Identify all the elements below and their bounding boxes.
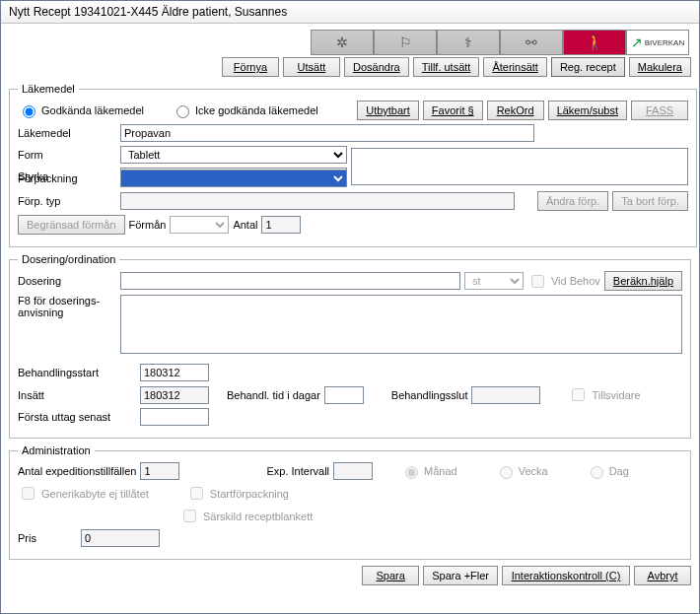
aterinsatt-button[interactable]: Återinsätt	[483, 57, 546, 77]
behslut-label: Behandlingsslut	[391, 389, 468, 401]
forptyp-field	[120, 192, 515, 210]
makulera-button[interactable]: Makulera	[629, 57, 691, 77]
lakemsubst-button[interactable]: Läkem/subst	[548, 101, 627, 120]
radio-manad[interactable]: Månad	[400, 463, 457, 479]
toolbar-icon-reg-recept[interactable]: 🚶	[563, 30, 626, 55]
behtid-input[interactable]	[324, 386, 364, 404]
dosering-legend: Dosering/ordination	[18, 253, 119, 265]
forman2-label: Förmån	[129, 219, 167, 231]
forpackning-label: Förpackning	[18, 172, 116, 184]
lakemedel-input[interactable]	[120, 124, 534, 142]
tabort-forp-button[interactable]: Ta bort förp.	[612, 191, 688, 211]
spara-fler-button[interactable]: Spara +Fler	[423, 566, 498, 585]
radio-icke-godkanda[interactable]: Icke godkända läkemedel	[172, 102, 318, 118]
radio-dag[interactable]: Dag	[586, 463, 629, 479]
pris-label: Pris	[18, 532, 77, 544]
generika-checkbox[interactable]: Generikabyte ej tillåtet	[18, 484, 149, 503]
radio-vecka[interactable]: Vecka	[495, 463, 548, 479]
behstart-label: Behandlingsstart	[18, 367, 136, 378]
lakemedel-group: Läkemedel Godkända läkemedel Icke godkän…	[9, 83, 697, 247]
toolbar-icon-a[interactable]: ✲	[311, 30, 374, 55]
antalexp-field	[140, 462, 179, 480]
toolbar-icon-biverkan[interactable]: ↗BIVERKAN	[626, 30, 689, 55]
tillf-utsatt-button[interactable]: Tillf. utsätt	[413, 57, 480, 77]
toolbar-icon-b[interactable]: ⚐	[374, 30, 437, 55]
antal2-label: Antal	[233, 219, 257, 231]
bottom-actions: Spara Spara +Fler Interaktionskontroll (…	[9, 566, 691, 585]
action-row: Förnya Utsätt Dosändra Tillf. utsätt Åte…	[9, 57, 691, 77]
forsta-label: Första uttag senast	[18, 411, 136, 423]
behslut-field	[471, 386, 540, 404]
utsatt-button[interactable]: Utsätt	[283, 57, 340, 77]
f8-label: F8 för doserings-anvisning	[18, 295, 116, 318]
admin-legend: Administration	[18, 444, 95, 456]
form-label: Form	[18, 149, 116, 161]
fass-button[interactable]: FASS	[631, 101, 688, 120]
titlebar: Nytt Recept 19341021-X445 Äldre patient,…	[1, 1, 699, 24]
behtid-label: Behandl. tid i dagar	[227, 389, 320, 401]
lakemedel-label: Läkemedel	[18, 127, 116, 139]
dosering-input[interactable]	[120, 272, 460, 290]
sarskild-checkbox[interactable]: Särskild receptblankett	[179, 507, 313, 525]
dosering-label: Dosering	[18, 275, 116, 287]
tillsvidare-checkbox[interactable]: Tillsvidare	[568, 385, 640, 404]
reg-recept-button[interactable]: Reg. recept	[551, 57, 625, 77]
utbytbart-button[interactable]: Utbytbart	[357, 101, 419, 120]
admin-group: Administration Antal expeditionstillfäll…	[9, 444, 691, 560]
beraknhjalp-button[interactable]: Beräkn.hjälp	[604, 271, 682, 291]
forsta-input[interactable]	[140, 408, 209, 426]
lakemedel-legend: Läkemedel	[18, 83, 79, 95]
toolbar-iconstrip: ✲ ⚐ ⚕ ⚯ 🚶 ↗BIVERKAN	[9, 30, 689, 55]
antal-field	[261, 216, 301, 234]
forptyp-label: Förp. typ	[18, 195, 116, 207]
toolbar-icon-d[interactable]: ⚯	[500, 30, 563, 55]
forp-detail-box	[351, 148, 688, 185]
dosandra-button[interactable]: Dosändra	[344, 57, 409, 77]
radio-godkanda[interactable]: Godkända läkemedel	[18, 102, 144, 118]
behstart-input[interactable]	[140, 364, 209, 381]
spara-button[interactable]: Spara	[362, 566, 419, 585]
forpackning-select[interactable]	[120, 170, 347, 187]
pris-field	[81, 529, 160, 547]
expintervall-label: Exp. Intervall	[266, 465, 329, 477]
fornya-button[interactable]: Förnya	[222, 57, 279, 77]
expintervall-field	[333, 462, 373, 480]
form-select[interactable]: Tablett	[120, 146, 347, 164]
doseringsanvisning-textarea[interactable]	[120, 295, 682, 354]
vidbehov-checkbox[interactable]: Vid Behov	[527, 272, 600, 291]
toolbar-icon-c[interactable]: ⚕	[437, 30, 500, 55]
window: Nytt Recept 19341021-X445 Äldre patient,…	[0, 0, 700, 614]
forman-select[interactable]	[170, 216, 229, 234]
favorit-button[interactable]: Favorit §	[423, 101, 483, 120]
insatt-label: Insätt	[18, 389, 136, 401]
andra-forp-button[interactable]: Ändra förp.	[537, 191, 608, 211]
interaktionskontroll-button[interactable]: Interaktionskontroll (C)	[502, 566, 630, 585]
rekord-button[interactable]: RekOrd	[487, 101, 544, 120]
begransad-forman-button[interactable]: Begränsad förmån	[18, 215, 125, 235]
insatt-field	[140, 386, 209, 404]
dosering-unit-select[interactable]: st	[464, 272, 524, 290]
antalexp-label: Antal expeditionstillfällen	[18, 465, 136, 477]
dosering-group: Dosering/ordination Dosering st Vid Beho…	[9, 253, 691, 439]
window-title: Nytt Recept 19341021-X445 Äldre patient,…	[9, 5, 287, 19]
avbryt-button[interactable]: Avbryt	[634, 566, 691, 585]
startforp-checkbox[interactable]: Startförpackning	[186, 484, 289, 503]
